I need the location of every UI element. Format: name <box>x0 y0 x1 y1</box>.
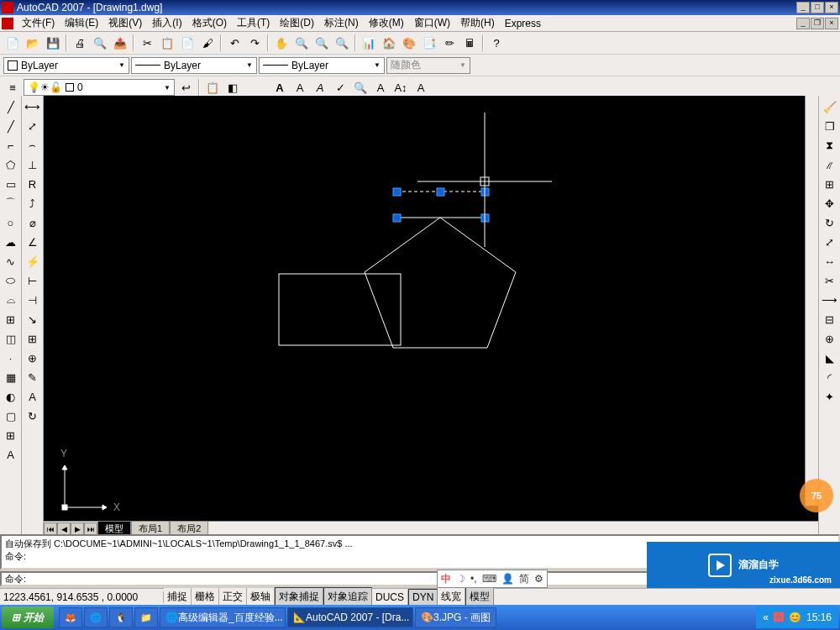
match-props-button[interactable]: 🖌 <box>198 34 217 52</box>
dyn-toggle[interactable]: DYN <box>408 589 438 606</box>
ellipse-arc-tool[interactable]: ⌓ <box>2 291 20 309</box>
menu-dimension[interactable]: 标注(N) <box>319 14 364 32</box>
ime-jian-icon[interactable]: 简 <box>519 572 529 586</box>
rotate-tool[interactable]: ↻ <box>821 213 839 232</box>
ime-lang-icon[interactable]: 中 <box>441 572 451 586</box>
mirror-tool[interactable]: ⧗ <box>821 136 839 155</box>
layer-manager-button[interactable]: ≡ <box>3 78 22 97</box>
tray-icon-3[interactable]: 😊 <box>789 612 801 623</box>
menu-edit[interactable]: 编辑(E) <box>60 14 103 32</box>
doc-close-button[interactable]: × <box>825 18 838 29</box>
close-button[interactable]: × <box>825 2 838 13</box>
point-tool[interactable]: · <box>2 349 20 367</box>
open-button[interactable]: 📂 <box>24 34 42 52</box>
help-button[interactable]: ? <box>487 34 506 52</box>
pentagon-shape[interactable] <box>365 218 516 348</box>
maximize-button[interactable]: □ <box>811 2 824 13</box>
minimize-button[interactable]: _ <box>796 2 810 13</box>
layer-previous-button[interactable]: ↩ <box>176 78 195 97</box>
move-tool[interactable]: ✥ <box>821 194 839 213</box>
stretch-tool[interactable]: ↔ <box>821 252 839 270</box>
dim-angular-tool[interactable]: ∠ <box>24 233 42 251</box>
design-center-button[interactable]: 🏠 <box>380 34 398 52</box>
ortho-toggle[interactable]: 正交 <box>219 588 247 606</box>
publish-button[interactable]: 📤 <box>111 34 129 52</box>
ime-toolbar[interactable]: 中 ☽ •, ⌨ 👤 简 ⚙ <box>437 570 548 588</box>
polyline-tool[interactable]: ⌐ <box>2 136 20 155</box>
print-button[interactable]: 🖨 <box>71 34 89 52</box>
save-button[interactable]: 💾 <box>44 34 62 52</box>
region-tool[interactable]: ▢ <box>2 407 20 425</box>
scale-tool[interactable]: ⤢ <box>821 233 839 251</box>
cut-button[interactable]: ✂ <box>138 34 156 52</box>
text-edit-button[interactable]: A <box>371 78 390 97</box>
layer-dropdown[interactable]: 💡 ☀ 🔓 0 ▼ <box>24 79 175 96</box>
xline-tool[interactable]: ╱ <box>2 117 20 135</box>
lwt-toggle[interactable]: 线宽 <box>438 588 465 606</box>
quick-launch-1[interactable]: 🦊 <box>59 607 82 627</box>
text-style-button[interactable]: A <box>311 78 329 97</box>
sheet-set-button[interactable]: 📑 <box>420 34 438 52</box>
otrack-toggle[interactable]: 对象追踪 <box>323 587 372 606</box>
snap-toggle[interactable]: 捕捉 <box>164 588 192 606</box>
zoom-window-button[interactable]: 🔍 <box>312 34 331 52</box>
redo-button[interactable]: ↷ <box>245 34 264 52</box>
spline-tool[interactable]: ∿ <box>2 252 20 270</box>
print-preview-button[interactable]: 🔍 <box>91 34 109 52</box>
system-tray[interactable]: « 🅰 😊 15:16 <box>756 606 838 628</box>
grip-start[interactable] <box>393 188 401 196</box>
dim-baseline-tool[interactable]: ⊢ <box>24 271 42 290</box>
plotstyle-dropdown[interactable]: 随颜色 ▼ <box>386 57 470 74</box>
zoom-realtime-button[interactable]: 🔍 <box>292 34 311 52</box>
menu-file[interactable]: 文件(F) <box>17 14 60 32</box>
layer-states-button[interactable]: 📋 <box>203 78 222 97</box>
menu-help[interactable]: 帮助(H) <box>455 14 500 32</box>
ime-moon-icon[interactable]: ☽ <box>456 573 465 585</box>
menu-view[interactable]: 视图(V) <box>103 14 147 32</box>
doc-minimize-button[interactable]: _ <box>796 18 810 29</box>
make-block-tool[interactable]: ◫ <box>2 329 20 348</box>
undo-button[interactable]: ↶ <box>225 34 244 52</box>
menu-tools[interactable]: 工具(T) <box>232 14 275 32</box>
dim-radius-tool[interactable]: R <box>24 175 42 193</box>
copy-button[interactable]: 📋 <box>158 34 176 52</box>
dim-leader-tool[interactable]: ↘ <box>24 310 42 328</box>
polar-toggle[interactable]: 极轴 <box>247 588 275 606</box>
dim-ordinate-tool[interactable]: ⊥ <box>24 155 42 174</box>
text-justify-button[interactable]: A <box>412 78 430 97</box>
vertical-scrollbar[interactable] <box>805 96 818 506</box>
revcloud-tool[interactable]: ☁ <box>2 233 20 251</box>
tray-icon-2[interactable]: 🅰 <box>774 612 784 623</box>
polygon-tool[interactable]: ⬠ <box>2 155 20 174</box>
quickcalc-button[interactable]: 🖩 <box>460 34 479 52</box>
array-tool[interactable]: ⊞ <box>821 175 839 193</box>
dim-center-tool[interactable]: ⊕ <box>24 349 42 367</box>
quick-launch-2[interactable]: 🌐 <box>84 607 108 627</box>
dim-tolerance-tool[interactable]: ⊞ <box>24 329 42 348</box>
menu-format[interactable]: 格式(O) <box>187 14 232 32</box>
grip-mid[interactable] <box>437 188 444 196</box>
model-toggle[interactable]: 模型 <box>465 587 494 606</box>
doc-restore-button[interactable]: ❐ <box>811 18 824 29</box>
offset-tool[interactable]: ⫽ <box>821 155 839 174</box>
text-button[interactable]: A <box>270 78 289 97</box>
dim-tedit-tool[interactable]: A <box>24 387 42 406</box>
grip-2-start[interactable] <box>393 214 401 222</box>
trim-tool[interactable]: ✂ <box>821 271 839 290</box>
dim-diameter-tool[interactable]: ⌀ <box>24 213 42 232</box>
markup-button[interactable]: ✏ <box>440 34 459 52</box>
menu-draw[interactable]: 绘图(D) <box>275 14 319 32</box>
quick-launch-3[interactable]: 🐧 <box>109 607 133 627</box>
join-tool[interactable]: ⊕ <box>821 329 839 348</box>
tool-palettes-button[interactable]: 🎨 <box>400 34 418 52</box>
paste-button[interactable]: 📄 <box>178 34 197 52</box>
quick-launch-4[interactable]: 📁 <box>134 607 158 627</box>
dim-update-tool[interactable]: ↻ <box>24 407 42 425</box>
start-button[interactable]: ⊞ 开始 <box>2 606 54 628</box>
dim-edit-tool[interactable]: ✎ <box>24 368 42 386</box>
gradient-tool[interactable]: ◐ <box>2 387 20 406</box>
linetype-dropdown[interactable]: ByLayer ▼ <box>131 57 257 74</box>
spell-check-button[interactable]: ✓ <box>331 78 349 97</box>
table-tool[interactable]: ⊞ <box>2 426 20 444</box>
ducs-toggle[interactable]: DUCS <box>372 590 408 605</box>
